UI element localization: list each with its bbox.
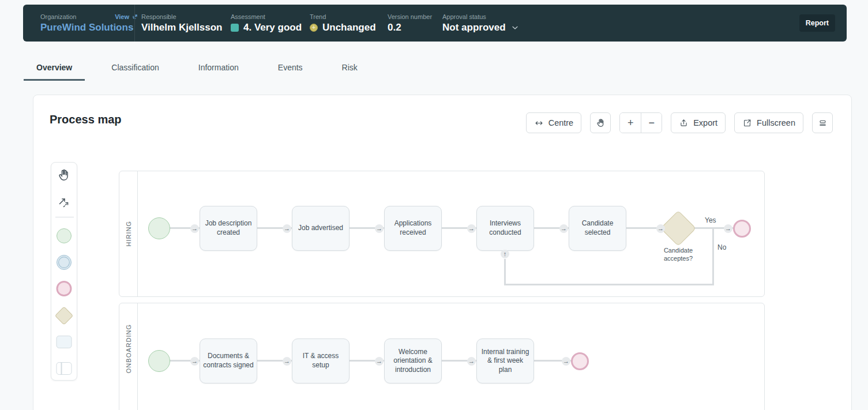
arrowhead-icon bbox=[467, 357, 476, 366]
zoom-in-button[interactable]: + bbox=[620, 113, 641, 133]
lane-hiring-label: HIRING bbox=[125, 221, 132, 247]
hand-icon bbox=[596, 118, 606, 128]
tab-bar: Overview Classification Information Even… bbox=[24, 55, 384, 81]
arrows-horizontal-icon bbox=[534, 118, 544, 128]
start-event-hiring[interactable] bbox=[148, 217, 170, 239]
lane-onboarding-label: ONBOARDING bbox=[125, 324, 132, 373]
arrowhead-icon bbox=[467, 224, 476, 233]
arrowhead-icon bbox=[283, 357, 291, 366]
responsible-label: Responsible bbox=[141, 13, 222, 20]
fullscreen-icon bbox=[742, 118, 752, 128]
task-job-description-created[interactable]: Job description created bbox=[200, 206, 257, 251]
palette-lane-shape[interactable] bbox=[57, 362, 72, 375]
organization-value[interactable]: PureWind Solutions bbox=[40, 22, 138, 33]
open-in-new-icon bbox=[131, 13, 138, 20]
arrowhead-icon bbox=[501, 250, 509, 258]
arrowhead-icon bbox=[724, 224, 732, 233]
approval-status-label: Approval status bbox=[442, 13, 520, 20]
trend-label: Trend bbox=[310, 13, 376, 20]
shape-palette bbox=[51, 162, 77, 381]
approval-status-block: Approval status Not approved bbox=[442, 5, 520, 42]
arrowhead-icon bbox=[656, 224, 665, 233]
palette-start-event-shape[interactable] bbox=[57, 228, 72, 243]
arrowhead-icon bbox=[190, 224, 199, 233]
pan-tool-button[interactable] bbox=[590, 112, 611, 133]
approval-status-dropdown[interactable]: Not approved bbox=[442, 22, 520, 33]
organization-block: Organization View PureWind Solutions bbox=[40, 5, 138, 42]
organization-label: Organization bbox=[40, 13, 76, 20]
palette-pan-tool[interactable] bbox=[57, 168, 71, 185]
view-link-label: View bbox=[115, 13, 129, 20]
palette-end-event-shape[interactable] bbox=[57, 281, 72, 296]
palette-intermediate-event-shape[interactable] bbox=[57, 255, 72, 270]
tab-information[interactable]: Information bbox=[186, 55, 251, 81]
map-toolbar: Centre + − Export Fullscreen bbox=[526, 112, 833, 133]
arrowhead-icon bbox=[375, 224, 384, 233]
palette-gateway-shape[interactable] bbox=[55, 306, 74, 325]
arrowhead-icon bbox=[190, 357, 199, 366]
arrowhead-icon bbox=[283, 224, 291, 233]
task-job-advertised[interactable]: Job advertised bbox=[292, 206, 350, 251]
lane-hiring-strip: HIRING bbox=[119, 171, 138, 296]
task-it-access-setup[interactable]: IT & access setup bbox=[292, 338, 350, 383]
trend-block: Trend Unchanged bbox=[310, 5, 376, 42]
flow-connector-no bbox=[712, 228, 714, 285]
assessment-value: 4. Very good bbox=[243, 22, 302, 33]
centre-button-label: Centre bbox=[548, 118, 574, 127]
responsible-block: Responsible Vilhelm Kjellsson bbox=[141, 5, 222, 42]
trend-status-icon bbox=[310, 24, 318, 32]
arrowhead-icon bbox=[559, 224, 568, 233]
arrowhead-icon bbox=[562, 357, 570, 366]
lane-onboarding-strip: ONBOARDING bbox=[119, 303, 138, 410]
assessment-status-icon bbox=[231, 24, 239, 32]
entity-header-bar: Organization View PureWind Solutions Res… bbox=[23, 5, 847, 42]
version-label: Version number bbox=[388, 13, 432, 20]
task-welcome-orientation[interactable]: Welcome orientation & introduction bbox=[384, 338, 442, 383]
assessment-label: Assessment bbox=[231, 13, 302, 20]
palette-divider bbox=[55, 217, 74, 217]
connector-arrows-icon bbox=[57, 195, 71, 209]
legend-button[interactable] bbox=[812, 112, 833, 133]
version-block: Version number 0.2 bbox=[388, 5, 432, 42]
responsible-value: Vilhelm Kjellsson bbox=[141, 22, 222, 33]
arrowhead-icon bbox=[375, 357, 384, 366]
header-divider bbox=[134, 5, 135, 42]
task-interviews-conducted[interactable]: Interviews conducted bbox=[476, 206, 534, 251]
legend-list-icon bbox=[818, 118, 828, 128]
gateway-label: Candidate acceptes? bbox=[649, 246, 707, 263]
report-button[interactable]: Report bbox=[799, 14, 835, 32]
tab-overview[interactable]: Overview bbox=[24, 55, 85, 81]
task-applications-received[interactable]: Applications received bbox=[384, 206, 442, 251]
page: Organization View PureWind Solutions Res… bbox=[0, 0, 868, 410]
yes-branch-label: Yes bbox=[705, 216, 716, 224]
export-button-label: Export bbox=[693, 118, 717, 127]
palette-task-shape[interactable] bbox=[57, 336, 72, 348]
zoom-out-button[interactable]: − bbox=[641, 113, 662, 133]
no-branch-label: No bbox=[717, 243, 726, 251]
centre-button[interactable]: Centre bbox=[526, 112, 582, 133]
task-candidate-selected[interactable]: Candidate selected bbox=[569, 206, 626, 251]
approval-status-value: Not approved bbox=[442, 22, 506, 33]
tab-events[interactable]: Events bbox=[265, 55, 315, 81]
zoom-button-group: + − bbox=[619, 112, 662, 133]
flow-connector-no bbox=[505, 284, 714, 285]
task-internal-training[interactable]: Internal training & first week plan bbox=[476, 338, 534, 383]
chevron-down-icon bbox=[510, 23, 520, 32]
tab-classification[interactable]: Classification bbox=[99, 55, 171, 81]
fullscreen-button-label: Fullscreen bbox=[757, 118, 795, 127]
tab-risk[interactable]: Risk bbox=[329, 55, 370, 81]
flow-connector-no bbox=[504, 259, 506, 285]
export-button[interactable]: Export bbox=[671, 112, 726, 133]
end-event-onboarding[interactable] bbox=[571, 352, 589, 370]
palette-connector-tool[interactable] bbox=[57, 195, 71, 212]
fullscreen-button[interactable]: Fullscreen bbox=[734, 112, 803, 133]
process-map-panel: Process map Centre + − Export Fullscreen bbox=[33, 95, 852, 410]
trend-value: Unchanged bbox=[322, 22, 376, 33]
panel-title: Process map bbox=[50, 113, 122, 126]
start-event-onboarding[interactable] bbox=[148, 350, 170, 372]
end-event-hiring[interactable] bbox=[733, 220, 751, 238]
version-value: 0.2 bbox=[388, 22, 432, 33]
task-documents-contracts-signed[interactable]: Documents & contracts signed bbox=[200, 338, 257, 383]
export-icon bbox=[679, 118, 689, 128]
hand-icon bbox=[57, 168, 71, 182]
